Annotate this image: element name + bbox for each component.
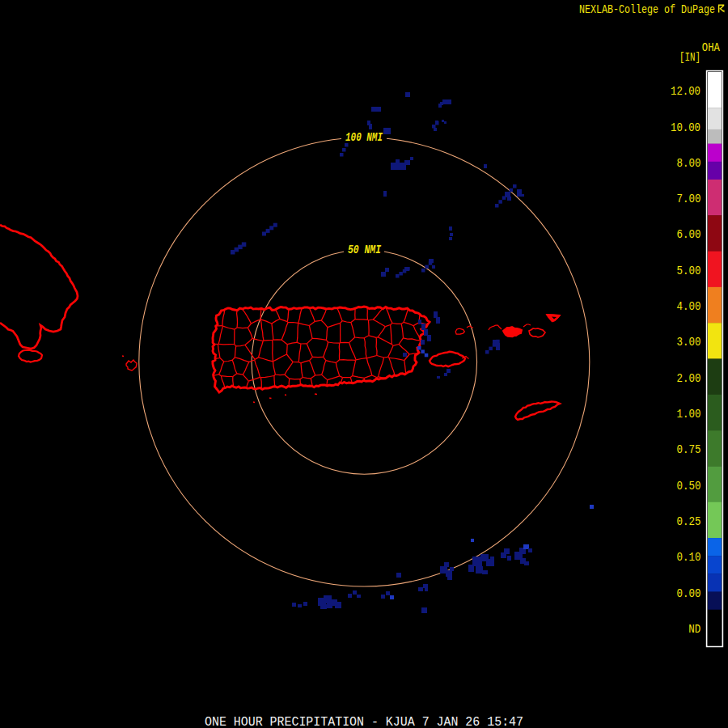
- svg-text:12.00: 12.00: [671, 84, 700, 99]
- svg-text:5.00: 5.00: [676, 264, 700, 278]
- svg-text:[IN]: [IN]: [679, 50, 700, 65]
- svg-text:7.00: 7.00: [676, 192, 700, 206]
- svg-text:3.00: 3.00: [676, 335, 700, 349]
- svg-text:OHA: OHA: [702, 40, 721, 55]
- svg-text:100 NMI: 100 NMI: [345, 131, 383, 145]
- svg-text:0.25: 0.25: [676, 514, 700, 529]
- svg-text:2.00: 2.00: [676, 371, 700, 386]
- svg-text:ND: ND: [688, 622, 700, 637]
- svg-text:0.00: 0.00: [676, 586, 700, 601]
- svg-text:NEXLAB-College of DuPage: NEXLAB-College of DuPage: [579, 2, 715, 17]
- svg-text:1.00: 1.00: [676, 407, 700, 421]
- svg-text:0.75: 0.75: [676, 442, 700, 457]
- svg-text:50 NMI: 50 NMI: [348, 243, 382, 257]
- svg-text:0.10: 0.10: [676, 550, 700, 565]
- svg-text:10.00: 10.00: [671, 121, 700, 135]
- svg-text:ONE HOUR PRECIPITATION - KJUA: ONE HOUR PRECIPITATION - KJUA 7 JAN 26 1…: [205, 714, 523, 728]
- svg-text:8.00: 8.00: [676, 156, 700, 171]
- svg-text:0.50: 0.50: [676, 479, 700, 493]
- svg-text:6.00: 6.00: [676, 227, 700, 242]
- svg-text:4.00: 4.00: [676, 299, 700, 314]
